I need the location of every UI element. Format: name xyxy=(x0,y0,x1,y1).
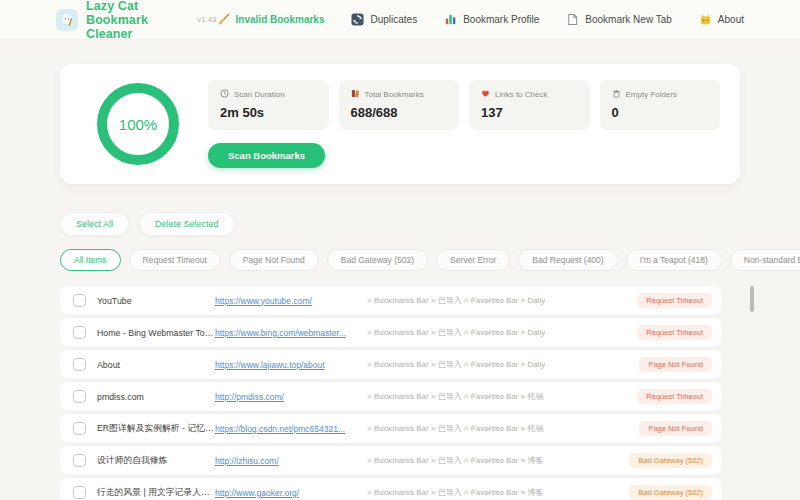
bookmark-breadcrumb-path: > Bookmarks Bar > 已导入 > Favorites Bar > … xyxy=(367,455,619,466)
row-checkbox[interactable] xyxy=(73,358,86,371)
stat-links-to-check: Links to Check 137 xyxy=(469,80,590,130)
bookmark-url-link[interactable]: http://izhisu.com/ xyxy=(215,456,353,466)
row-checkbox[interactable] xyxy=(73,486,86,499)
status-badge: Request Timeout xyxy=(637,325,712,340)
stat-value: 0 xyxy=(612,105,709,120)
nav-about[interactable]: About xyxy=(699,13,744,26)
status-badge: Bad Gateway (502) xyxy=(629,453,712,468)
scan-bookmarks-button[interactable]: Scan Bookmarks xyxy=(208,143,325,168)
bookmark-title: Home - Bing Webmaster Tools xyxy=(97,328,215,338)
bookmark-breadcrumb-path: > Bookmarks Bar > 已导入 > Favorites Bar > … xyxy=(367,359,629,370)
app-logo-cat-icon xyxy=(56,9,78,31)
bookmark-row: ER图详解及实例解析 - 记忆碎片的... https://blog.csdn.… xyxy=(60,414,722,443)
bookmark-breadcrumb-path: > Bookmarks Bar > 已导入 > Favorites Bar > … xyxy=(367,295,627,306)
brand: Lazy Cat Bookmark Cleaner v1.43 xyxy=(56,0,217,41)
bookmark-row: About https://www.lajiawu.top/about > Bo… xyxy=(60,350,722,379)
bookmark-title: ER图详解及实例解析 - 记忆碎片的... xyxy=(97,423,215,435)
bulk-actions: Select All Delete Selected xyxy=(60,212,740,236)
filter-chip[interactable]: Bad Gateway (502) xyxy=(327,249,428,271)
cat-icon xyxy=(699,13,712,26)
bookmark-title: pmdiss.com xyxy=(97,392,215,402)
filter-chip[interactable]: Page Not Found xyxy=(229,249,319,271)
filter-chip[interactable]: Bad Request (400) xyxy=(518,249,617,271)
top-navbar: Lazy Cat Bookmark Cleaner v1.43 Invalid … xyxy=(0,0,800,40)
stat-value: 2m 50s xyxy=(220,105,317,120)
bookmarks-icon xyxy=(351,89,360,100)
heart-icon xyxy=(481,89,490,100)
nav-label: About xyxy=(718,14,744,25)
bookmark-title: 行走的风景 | 用文字记录人生的风景 xyxy=(97,487,215,499)
bookmark-list-region: YouTube https://www.youtube.com/ > Bookm… xyxy=(60,286,746,500)
bookmark-url-link[interactable]: https://www.lajiawu.top/about xyxy=(215,360,353,370)
row-checkbox[interactable] xyxy=(73,422,86,435)
app-title: Lazy Cat Bookmark Cleaner xyxy=(86,0,187,41)
bookmark-title: About xyxy=(97,360,215,370)
status-badge: Page Not Found xyxy=(639,357,712,372)
scan-progress-percent: 100% xyxy=(94,80,182,168)
bar-chart-icon xyxy=(444,13,457,26)
row-checkbox[interactable] xyxy=(73,390,86,403)
bookmark-row: 行走的风景 | 用文字记录人生的风景 http://www.gaoker.org… xyxy=(60,478,722,500)
row-checkbox[interactable] xyxy=(73,326,86,339)
status-badge: Request Timeout xyxy=(637,293,712,308)
status-badge: Page Not Found xyxy=(639,421,712,436)
bookmark-url-link[interactable]: https://blog.csdn.net/pmc654321... xyxy=(215,424,353,434)
nav-duplicates[interactable]: Duplicates xyxy=(351,13,417,26)
row-checkbox[interactable] xyxy=(73,454,86,467)
scan-progress-ring: 100% xyxy=(94,80,182,168)
select-all-button[interactable]: Select All xyxy=(60,212,129,236)
stat-label: Scan Duration xyxy=(234,90,285,99)
bookmark-list: YouTube https://www.youtube.com/ > Bookm… xyxy=(60,286,722,500)
scan-summary-panel: 100% Scan Duration 2m 50s Total Bookmark… xyxy=(60,64,740,184)
bookmark-row: YouTube https://www.youtube.com/ > Bookm… xyxy=(60,286,722,315)
list-scrollbar-track[interactable] xyxy=(750,286,754,500)
bookmark-title: 设计师的自我修炼 xyxy=(97,455,215,467)
broom-icon xyxy=(217,13,230,26)
delete-selected-button[interactable]: Delete Selected xyxy=(139,212,235,236)
new-tab-icon xyxy=(566,13,579,26)
row-checkbox[interactable] xyxy=(73,294,86,307)
stats-row: Scan Duration 2m 50s Total Bookmarks 688… xyxy=(208,80,720,130)
bookmark-url-link[interactable]: http://pmdiss.com/ xyxy=(215,392,353,402)
bookmark-breadcrumb-path: > Bookmarks Bar > 已导入 > Favorites Bar > … xyxy=(367,391,627,402)
nav-bookmark-new-tab[interactable]: Bookmark New Tab xyxy=(566,13,672,26)
main-nav: Invalid Bookmarks Duplicates xyxy=(217,13,744,26)
stat-scan-duration: Scan Duration 2m 50s xyxy=(208,80,329,130)
stat-value: 688/688 xyxy=(351,105,448,120)
status-badge: Bad Gateway (502) xyxy=(629,485,712,500)
nav-label: Bookmark New Tab xyxy=(585,14,672,25)
bookmark-url-link[interactable]: https://www.youtube.com/ xyxy=(215,296,353,306)
stat-label: Total Bookmarks xyxy=(365,90,424,99)
status-badge: Request Timeout xyxy=(637,389,712,404)
stat-label: Links to Check xyxy=(495,90,547,99)
nav-label: Bookmark Profile xyxy=(463,14,539,25)
bookmark-breadcrumb-path: > Bookmarks Bar > 已导入 > Favorites Bar > … xyxy=(367,327,627,338)
bookmark-url-link[interactable]: http://www.gaoker.org/ xyxy=(215,488,353,498)
bookmark-row: pmdiss.com http://pmdiss.com/ > Bookmark… xyxy=(60,382,722,411)
bookmark-row: Home - Bing Webmaster Tools https://www.… xyxy=(60,318,722,347)
stat-total-bookmarks: Total Bookmarks 688/688 xyxy=(339,80,460,130)
bookmark-breadcrumb-path: > Bookmarks Bar > 已导入 > Favorites Bar > … xyxy=(367,423,629,434)
app-version: v1.43 xyxy=(197,15,217,24)
bookmark-url-link[interactable]: https://www.bing.com/webmaster... xyxy=(215,328,353,338)
filter-chip[interactable]: Request Timeout xyxy=(129,249,221,271)
filter-chip[interactable]: All Items xyxy=(60,249,121,271)
stat-empty-folders: Empty Folders 0 xyxy=(600,80,721,130)
filter-chip[interactable]: Server Error xyxy=(436,249,510,271)
list-scrollbar-thumb[interactable] xyxy=(750,286,754,312)
filter-chip[interactable]: Non-standard Error (466) xyxy=(730,249,800,271)
nav-invalid-bookmarks[interactable]: Invalid Bookmarks xyxy=(217,13,325,26)
nav-bookmark-profile[interactable]: Bookmark Profile xyxy=(444,13,539,26)
trash-icon xyxy=(612,89,621,100)
stat-value: 137 xyxy=(481,105,578,120)
bookmark-row: 设计师的自我修炼 http://izhisu.com/ > Bookmarks … xyxy=(60,446,722,475)
bookmark-breadcrumb-path: > Bookmarks Bar > 已导入 > Favorites Bar > … xyxy=(367,487,619,498)
status-filter-bar: All ItemsRequest TimeoutPage Not FoundBa… xyxy=(60,249,740,271)
clock-icon xyxy=(220,89,229,100)
nav-label: Invalid Bookmarks xyxy=(236,14,325,25)
filter-chip[interactable]: I'm a Teapot (418) xyxy=(626,249,722,271)
bookmark-title: YouTube xyxy=(97,296,215,306)
nav-label: Duplicates xyxy=(370,14,417,25)
duplicates-icon xyxy=(351,13,364,26)
stat-label: Empty Folders xyxy=(626,90,678,99)
